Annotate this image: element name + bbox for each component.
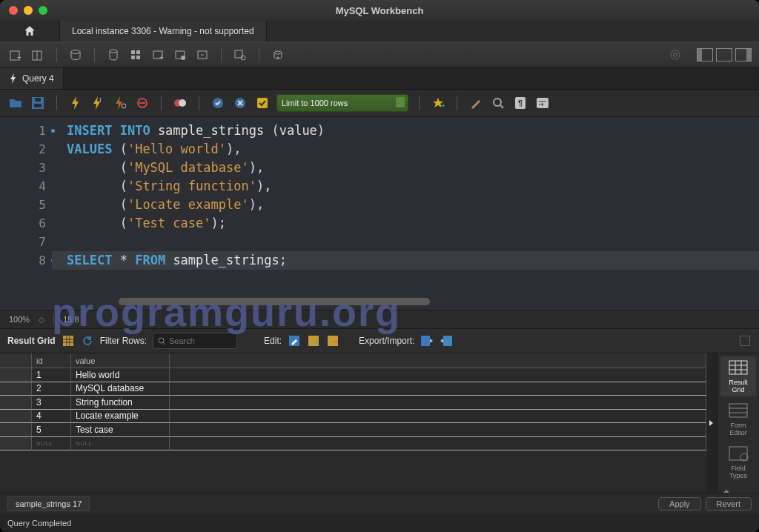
new-sql-tab-icon[interactable]: +: [7, 47, 24, 63]
connection-tab-bar: Local instance 3306 - Warning - not supp…: [0, 21, 759, 41]
autocommit-icon[interactable]: [254, 95, 271, 111]
svg-point-17: [671, 50, 680, 59]
commit-icon[interactable]: [210, 95, 226, 111]
result-grid[interactable]: id value 1Hello world 2MySQL database 3S…: [0, 353, 706, 493]
save-file-icon[interactable]: [30, 95, 46, 111]
import-icon[interactable]: [440, 334, 453, 348]
panel-toggles: [697, 48, 752, 61]
svg-text:+: +: [17, 53, 21, 61]
side-field-types[interactable]: Field Types: [720, 442, 756, 482]
export-icon[interactable]: [420, 334, 434, 348]
edit-row-icon[interactable]: [288, 334, 301, 348]
side-result-grid[interactable]: Result Grid: [720, 356, 756, 396]
db3-icon[interactable]: +: [150, 47, 166, 63]
table-row-null[interactable]: NULLNULL: [0, 437, 706, 451]
toggle-left-panel[interactable]: [697, 48, 713, 61]
home-tab[interactable]: [0, 21, 60, 41]
favorite-icon[interactable]: +: [430, 95, 446, 111]
explain-icon[interactable]: [112, 95, 128, 111]
title-bar: MySQL Workbench: [0, 0, 759, 21]
main-toolbar: + +: [0, 41, 759, 68]
svg-point-3: [71, 50, 80, 54]
table-row[interactable]: 2MySQL database: [0, 382, 706, 396]
svg-point-27: [179, 99, 186, 107]
svg-rect-21: [35, 98, 41, 102]
reconnect-icon[interactable]: [270, 47, 286, 63]
query-tab[interactable]: Query 4: [0, 68, 64, 89]
svg-point-37: [159, 338, 164, 343]
db2-icon[interactable]: [127, 47, 144, 63]
svg-rect-45: [740, 336, 750, 346]
rollback-icon[interactable]: [232, 95, 248, 111]
toggle-right-panel[interactable]: [735, 48, 752, 61]
svg-rect-6: [136, 50, 140, 54]
horizontal-scroll-thumb[interactable]: [119, 298, 430, 305]
svg-point-23: [122, 104, 126, 108]
side-form-editor[interactable]: Form Editor: [720, 399, 756, 439]
delete-row-icon[interactable]: −: [326, 334, 339, 348]
editor-content[interactable]: INSERT INTO sample_strings (value) VALUE…: [52, 117, 759, 310]
home-icon: [23, 24, 36, 38]
table-row[interactable]: 1Hello world: [0, 368, 706, 382]
table-row[interactable]: 3String function: [0, 396, 706, 410]
invisibles-icon[interactable]: ¶: [512, 95, 528, 111]
revert-button[interactable]: Revert: [706, 497, 752, 511]
filter-rows-label: Filter Rows:: [100, 336, 147, 346]
close-window-dot[interactable]: [9, 6, 18, 15]
filter-rows-input[interactable]: Search: [153, 333, 237, 349]
result-tab[interactable]: sample_strings 17: [7, 496, 90, 511]
sql-editor[interactable]: 1 2 3 4 5 6 7 8 INSERT INTO sample_strin…: [0, 117, 759, 310]
open-file-icon[interactable]: [7, 95, 24, 111]
result-tab-bar: sample_strings 17 Apply Revert: [0, 493, 759, 514]
window-title: MySQL Workbench: [0, 5, 759, 16]
svg-text:+: +: [441, 102, 445, 109]
grid-header-row: id value: [0, 353, 706, 368]
zoom-stepper-icon[interactable]: ◇: [39, 315, 44, 325]
beautify-icon[interactable]: [468, 95, 484, 111]
svg-rect-47: [729, 404, 747, 417]
db5-icon[interactable]: [194, 47, 211, 63]
lightning-icon: [9, 73, 18, 84]
stop-icon[interactable]: [134, 95, 150, 111]
status-bar: Query Completed: [0, 514, 759, 532]
add-row-icon[interactable]: +: [307, 334, 320, 348]
svg-point-12: [181, 56, 185, 60]
search-table-icon[interactable]: [232, 47, 248, 63]
svg-rect-43: [421, 336, 430, 346]
collapse-arrow[interactable]: [706, 353, 717, 493]
svg-rect-46: [729, 361, 747, 374]
svg-point-18: [674, 53, 677, 57]
cursor-position: 15:8: [63, 315, 79, 324]
connection-tab[interactable]: Local instance 3306 - Warning - not supp…: [60, 21, 267, 41]
search-icon: [158, 337, 166, 345]
svg-text:¶: ¶: [518, 99, 523, 107]
wrap-icon[interactable]: [534, 95, 551, 111]
svg-rect-44: [443, 336, 452, 346]
row-limit-select[interactable]: Limit to 1000 rows: [276, 94, 408, 112]
grid-view-icon[interactable]: [62, 334, 75, 348]
column-header-value[interactable]: value: [71, 353, 170, 368]
db1-icon[interactable]: [105, 47, 122, 63]
table-row[interactable]: 5Test case: [0, 423, 706, 437]
server-icon[interactable]: [67, 47, 84, 63]
refresh-icon[interactable]: [81, 334, 94, 348]
column-header-id[interactable]: id: [32, 353, 71, 368]
minimize-window-dot[interactable]: [24, 6, 33, 15]
svg-text:I: I: [99, 96, 102, 104]
open-sql-icon[interactable]: [30, 47, 46, 63]
wrap-cell-icon[interactable]: [738, 334, 752, 348]
editor-gutter: 1 2 3 4 5 6 7 8: [0, 117, 52, 310]
maximize-window-dot[interactable]: [39, 6, 47, 15]
table-row[interactable]: 4Locate example: [0, 410, 706, 424]
gear-icon[interactable]: [667, 47, 683, 63]
svg-rect-35: [537, 98, 548, 108]
execute-current-icon[interactable]: I: [90, 95, 106, 111]
grid-body: 1Hello world 2MySQL database 3String fun…: [0, 368, 706, 493]
toggle-comment-icon[interactable]: [172, 95, 188, 111]
zoom-percent[interactable]: 100%: [9, 315, 30, 324]
find-icon[interactable]: [490, 95, 506, 111]
db4-icon[interactable]: [172, 47, 188, 63]
apply-button[interactable]: Apply: [658, 497, 701, 511]
toggle-bottom-panel[interactable]: [716, 48, 732, 61]
execute-icon[interactable]: [67, 95, 84, 111]
